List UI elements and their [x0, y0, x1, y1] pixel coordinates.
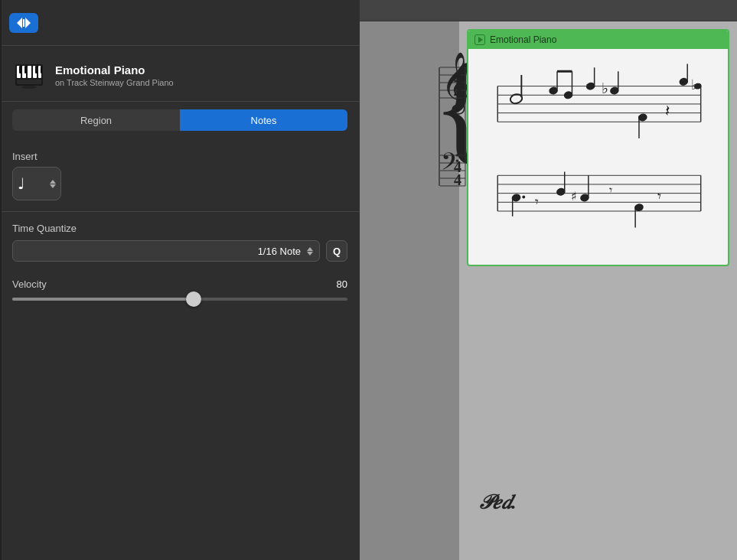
left-edge-line [0, 0, 2, 560]
svg-text:𝄽: 𝄽 [666, 106, 670, 116]
header-area: Emotional Piano on Track Steinway Grand … [0, 46, 360, 102]
svg-point-68 [522, 196, 525, 199]
score-area: { 𝄞 4 4 𝄢 4 4 [360, 21, 737, 560]
timeline-header: 1 [360, 0, 737, 21]
tq-arrow-down [307, 252, 313, 256]
ped-mark: 𝒫𝑒𝑑. [478, 491, 517, 514]
region-box: Emotional Piano [467, 29, 729, 266]
note-glyph: ♩ [18, 174, 24, 193]
svg-rect-12 [41, 66, 42, 73]
velocity-value: 80 [337, 278, 347, 290]
svg-rect-9 [19, 66, 21, 73]
header-subtitle: on Track Steinway Grand Piano [55, 78, 174, 87]
time-quantize-label: Time Quantize [12, 223, 347, 234]
region-title: Emotional Piano [490, 34, 556, 45]
notes-button[interactable]: Notes [180, 109, 347, 131]
time-quantize-section: Time Quantize 1/16 Note Q [0, 212, 360, 268]
region-button[interactable]: Region [12, 109, 180, 131]
svg-text:𝄾: 𝄾 [657, 193, 661, 199]
left-panel: Emotional Piano on Track Steinway Grand … [0, 0, 360, 560]
header-title: Emotional Piano [55, 63, 174, 77]
svg-rect-13 [17, 80, 41, 84]
region-header: Emotional Piano [468, 31, 728, 49]
svg-rect-6 [28, 66, 31, 78]
toolbar-toggle-button[interactable] [9, 13, 38, 33]
velocity-label: Velocity [12, 278, 47, 290]
clef-svg: { 𝄞 4 4 𝄢 4 4 [360, 21, 467, 266]
svg-rect-10 [24, 66, 27, 73]
svg-text:♯: ♯ [571, 190, 577, 203]
svg-rect-2 [23, 19, 24, 27]
time-quantize-row: 1/16 Note Q [12, 240, 347, 262]
toolbar-toggle-icon [17, 18, 31, 28]
insert-label: Insert [0, 140, 360, 167]
time-quantize-value: 1/16 Note [19, 246, 301, 257]
svg-text:♭: ♭ [602, 80, 608, 96]
region-content: ♭ 𝄽 ♭ [468, 49, 728, 265]
svg-marker-1 [25, 18, 31, 28]
right-panel: 1 { 𝄞 4 4 � [360, 0, 737, 560]
q-button[interactable]: Q [326, 240, 347, 262]
velocity-section: Velocity 80 [0, 268, 360, 307]
stepper-arrow-down [50, 184, 56, 188]
time-quantize-select[interactable]: 1/16 Note [12, 240, 320, 262]
insert-row: ♩ [0, 167, 360, 211]
piano-icon [12, 58, 46, 92]
svg-text:𝄾: 𝄾 [609, 187, 612, 193]
svg-rect-11 [35, 66, 38, 73]
header-text: Emotional Piano on Track Steinway Grand … [55, 63, 174, 87]
svg-text:4: 4 [454, 171, 461, 188]
svg-marker-0 [17, 18, 22, 28]
velocity-slider-track[interactable] [12, 298, 347, 301]
toggle-area: Region Notes [0, 102, 360, 140]
stepper-arrows-container [50, 180, 56, 188]
velocity-slider-thumb[interactable] [186, 291, 201, 307]
stepper-arrow-up [50, 180, 56, 184]
region-play-triangle [478, 37, 483, 43]
toolbar [0, 0, 360, 46]
svg-point-14 [21, 86, 37, 89]
tq-arrow-up [307, 247, 313, 251]
region-notation-svg: ♭ 𝄽 ♭ [468, 49, 728, 265]
note-stepper[interactable]: ♩ [12, 167, 61, 200]
tq-stepper [307, 247, 313, 256]
svg-text:4: 4 [454, 84, 461, 101]
velocity-row: Velocity 80 [12, 278, 347, 290]
region-play-icon [474, 34, 485, 45]
velocity-slider-fill [12, 298, 194, 301]
